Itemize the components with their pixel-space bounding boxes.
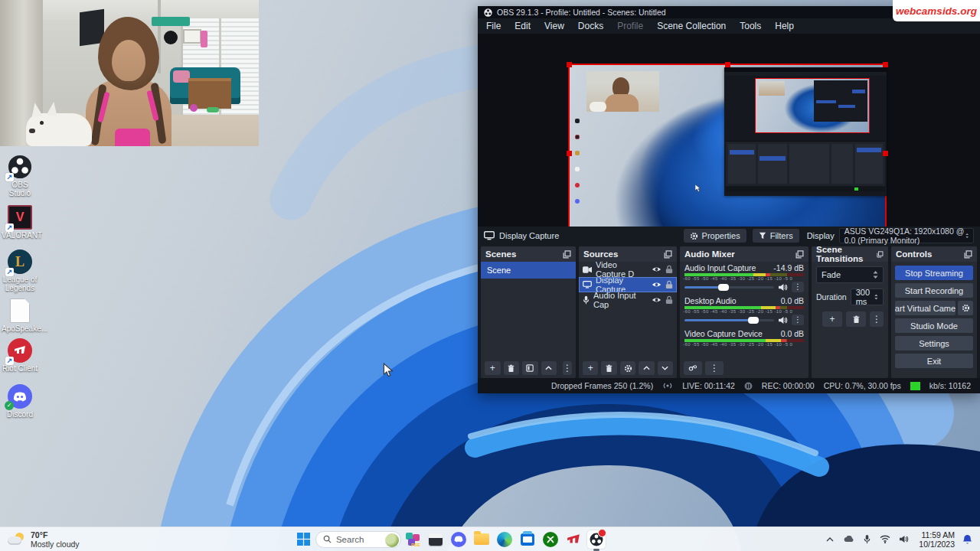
desktop-icon-riot-client[interactable]: ↗ Riot Client: [2, 338, 38, 373]
filters-button[interactable]: Filters: [753, 229, 799, 243]
notification-bell-icon[interactable]: [960, 533, 974, 546]
virtual-camera-config-button[interactable]: [958, 301, 973, 315]
channel-menu-button[interactable]: ⋮: [792, 315, 804, 325]
taskbar-weather-widget[interactable]: 70°F Mostly cloudy: [8, 530, 80, 549]
taskbar-icon-obs-active[interactable]: [587, 530, 606, 549]
edge-logo-icon: [497, 532, 512, 547]
studio-mode-button[interactable]: Studio Mode: [895, 318, 973, 333]
menu-file[interactable]: File: [479, 18, 508, 34]
remove-scene-button[interactable]: [504, 361, 520, 375]
volume-slider[interactable]: [684, 286, 774, 289]
eye-icon[interactable]: [652, 296, 662, 304]
scene-transitions-header[interactable]: Scene Transitions: [812, 246, 888, 262]
menu-edit[interactable]: Edit: [508, 18, 537, 34]
exit-button[interactable]: Exit: [895, 354, 973, 368]
start-virtual-camera-button[interactable]: art Virtual Came: [895, 301, 956, 315]
taskbar-icon-pse[interactable]: PSE: [403, 530, 422, 549]
tray-onedrive-icon[interactable]: [841, 533, 855, 546]
remove-transition-button[interactable]: [846, 311, 866, 327]
menu-view[interactable]: View: [537, 18, 571, 34]
start-recording-button[interactable]: Start Recording: [895, 283, 973, 298]
lock-icon[interactable]: [665, 265, 673, 274]
scenes-menu-button[interactable]: ⋮: [563, 361, 572, 375]
selection-handle[interactable]: [883, 62, 888, 67]
scene-filters-button[interactable]: [522, 361, 538, 375]
tray-wifi-icon[interactable]: [878, 533, 892, 546]
obs-preview-area[interactable]: [478, 34, 980, 227]
taskbar-icon-xbox[interactable]: [541, 530, 560, 549]
desktop-icon-valorant[interactable]: V ↗ VALORANT: [2, 205, 38, 240]
tray-clock[interactable]: 11:59 AM 10/1/2023: [919, 530, 955, 549]
mixer-menu-button[interactable]: ⋮: [705, 361, 724, 375]
preview-desktop-icon: [575, 167, 580, 171]
volume-slider[interactable]: [684, 319, 774, 321]
properties-button[interactable]: Properties: [684, 229, 746, 243]
tray-microphone-icon[interactable]: [860, 533, 874, 546]
menu-scene-collection[interactable]: Scene Collection: [650, 18, 733, 34]
selection-handle[interactable]: [725, 62, 730, 67]
desktop-icon-aposspeake[interactable]: ApoSpeake...: [2, 298, 38, 333]
watermark: webcamsids.org: [893, 0, 980, 21]
transition-menu-button[interactable]: ⋮: [870, 311, 884, 327]
stop-streaming-button[interactable]: Stop Streaming: [895, 266, 973, 280]
desktop-icon-league-of-legends[interactable]: L ↗ League of Legends: [2, 249, 38, 292]
lock-icon[interactable]: [665, 280, 673, 289]
transition-select[interactable]: Fade: [816, 266, 884, 283]
taskbar-icon-edge[interactable]: [495, 530, 514, 549]
selection-handle[interactable]: [567, 151, 572, 156]
meter-ticks: -60 -55 -50 -45 -40 -35 -30 -25 -20 -15 …: [680, 276, 808, 281]
popout-icon[interactable]: [563, 250, 571, 259]
eye-icon[interactable]: [652, 281, 662, 289]
taskbar-icon-file-explorer[interactable]: [472, 530, 491, 549]
taskbar-search[interactable]: Search: [315, 531, 401, 548]
menu-tools[interactable]: Tools: [733, 18, 768, 34]
scenes-header[interactable]: Scenes: [481, 246, 576, 262]
add-source-button[interactable]: +: [583, 361, 598, 375]
filter-icon: [526, 364, 534, 372]
taskbar-icon-discord[interactable]: [449, 530, 468, 549]
menu-help[interactable]: Help: [768, 18, 801, 34]
speaker-icon[interactable]: [778, 316, 788, 324]
lock-icon[interactable]: [665, 295, 673, 305]
tray-volume-icon[interactable]: [897, 533, 910, 546]
popout-icon[interactable]: [877, 250, 884, 259]
source-properties-button[interactable]: [620, 361, 635, 375]
source-row-display-capture[interactable]: Display Capture: [579, 277, 677, 292]
controls-header[interactable]: Controls: [891, 246, 977, 262]
speaker-icon[interactable]: [778, 283, 788, 292]
popout-icon[interactable]: [664, 250, 672, 259]
preview-canvas[interactable]: [568, 64, 887, 243]
taskbar-icon-store[interactable]: [518, 530, 537, 549]
remove-source-button[interactable]: [601, 361, 616, 375]
source-row-audio-input[interactable]: Audio Input Cap: [579, 292, 677, 308]
meter-ticks: -60 -55 -50 -45 -40 -35 -30 -25 -20 -15 …: [680, 342, 808, 347]
menu-profile[interactable]: Profile: [610, 18, 650, 34]
move-scene-up-button[interactable]: [541, 361, 557, 375]
sources-header[interactable]: Sources: [579, 246, 677, 262]
source-row-video-capture[interactable]: Video Capture D: [579, 262, 677, 277]
channel-menu-button[interactable]: ⋮: [792, 282, 804, 292]
move-source-down-button[interactable]: [658, 361, 673, 375]
add-transition-button[interactable]: +: [822, 311, 842, 327]
menu-docks[interactable]: Docks: [571, 18, 610, 34]
start-button[interactable]: [295, 530, 313, 549]
duration-spinner[interactable]: 300 ms: [851, 289, 884, 305]
taskbar-icon-app-dark[interactable]: [426, 530, 445, 549]
display-select[interactable]: ASUS VG249Q1A: 1920x1080 @ 0.0 (Primary …: [839, 228, 974, 243]
selection-handle[interactable]: [883, 151, 888, 156]
desktop-icon-obs-studio[interactable]: ↗ OBS Studio: [2, 155, 38, 197]
advanced-audio-button[interactable]: [684, 361, 702, 375]
desktop-icon-discord[interactable]: ✓ Discord: [2, 384, 38, 419]
settings-button[interactable]: Settings: [895, 336, 973, 350]
taskbar-icon-riot[interactable]: [564, 530, 583, 549]
selection-handle[interactable]: [567, 62, 572, 67]
popout-icon[interactable]: [964, 250, 972, 259]
tray-chevron-up-icon[interactable]: [823, 533, 837, 546]
add-scene-button[interactable]: +: [485, 361, 501, 375]
popout-icon[interactable]: [795, 250, 804, 259]
scene-list-item-selected[interactable]: Scene: [481, 262, 576, 279]
search-highlight-avatar[interactable]: [385, 533, 399, 547]
eye-icon[interactable]: [652, 266, 662, 273]
audio-mixer-header[interactable]: Audio Mixer: [680, 246, 808, 262]
move-source-up-button[interactable]: [639, 361, 654, 375]
